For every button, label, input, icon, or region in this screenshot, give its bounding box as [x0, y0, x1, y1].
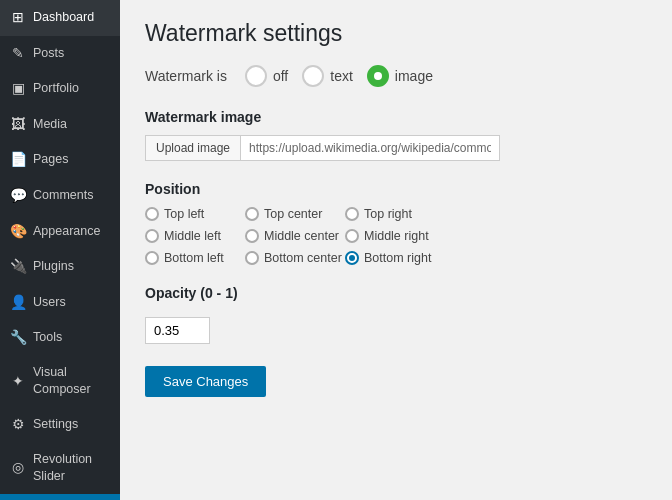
pos-label-middle-center: Middle center — [264, 229, 339, 243]
position-bottom-left[interactable]: Bottom left — [145, 251, 245, 265]
main-content: Watermark settings Watermark is off text… — [120, 0, 672, 500]
position-bottom-center[interactable]: Bottom center — [245, 251, 345, 265]
position-top-center[interactable]: Top center — [245, 207, 345, 221]
sidebar-label-settings: Settings — [33, 416, 78, 434]
pos-radio-top-center — [245, 207, 259, 221]
radio-off-label: off — [273, 68, 288, 84]
pos-radio-middle-right — [345, 229, 359, 243]
opacity-heading: Opacity (0 - 1) — [145, 285, 647, 301]
pos-label-top-center: Top center — [264, 207, 322, 221]
sidebar-item-posts[interactable]: ✎ Posts — [0, 36, 120, 72]
pos-label-top-left: Top left — [164, 207, 204, 221]
radio-off[interactable]: off — [245, 65, 288, 87]
sidebar-item-appearance[interactable]: 🎨 Appearance — [0, 214, 120, 250]
opacity-section: Opacity (0 - 1) — [145, 285, 647, 344]
pos-radio-bottom-right — [345, 251, 359, 265]
visual-composer-icon: ✦ — [10, 372, 26, 392]
sidebar-item-plugins[interactable]: 🔌 Plugins — [0, 249, 120, 285]
sidebar-item-settings[interactable]: ⚙ Settings — [0, 407, 120, 443]
sidebar-label-tools: Tools — [33, 329, 62, 347]
revolution-slider-icon: ◎ — [10, 458, 26, 478]
sidebar-label-users: Users — [33, 294, 66, 312]
pos-label-middle-right: Middle right — [364, 229, 429, 243]
radio-image-label: image — [395, 68, 433, 84]
sidebar-label-media: Media — [33, 116, 67, 134]
sidebar-item-revolution-slider[interactable]: ◎ Revolution Slider — [0, 443, 120, 494]
image-upload-row: Upload image — [145, 135, 647, 161]
radio-circle-image — [367, 65, 389, 87]
sidebar-label-pages: Pages — [33, 151, 68, 169]
position-top-right[interactable]: Top right — [345, 207, 445, 221]
pos-radio-top-left — [145, 207, 159, 221]
pos-label-bottom-left: Bottom left — [164, 251, 224, 265]
sidebar: ⊞ Dashboard ✎ Posts ▣ Portfolio 🖼 Media … — [0, 0, 120, 500]
sidebar-label-plugins: Plugins — [33, 258, 74, 276]
watermark-is-section: Watermark is off text image — [145, 65, 647, 87]
dashboard-icon: ⊞ — [10, 8, 26, 28]
page-title: Watermark settings — [145, 20, 647, 47]
pos-label-top-right: Top right — [364, 207, 412, 221]
appearance-icon: 🎨 — [10, 222, 26, 242]
pos-radio-top-right — [345, 207, 359, 221]
sidebar-item-portfolio[interactable]: ▣ Portfolio — [0, 71, 120, 107]
pos-label-middle-left: Middle left — [164, 229, 221, 243]
comments-icon: 💬 — [10, 186, 26, 206]
sidebar-label-posts: Posts — [33, 45, 64, 63]
upload-image-button[interactable]: Upload image — [145, 135, 240, 161]
sidebar-item-visual-composer[interactable]: ✦ Visual Composer — [0, 356, 120, 407]
sidebar-label-appearance: Appearance — [33, 223, 100, 241]
media-icon: 🖼 — [10, 115, 26, 135]
pos-radio-bottom-left — [145, 251, 159, 265]
position-middle-right[interactable]: Middle right — [345, 229, 445, 243]
pos-label-bottom-center: Bottom center — [264, 251, 342, 265]
portfolio-icon: ▣ — [10, 79, 26, 99]
sidebar-item-tools[interactable]: 🔧 Tools — [0, 320, 120, 356]
radio-image[interactable]: image — [367, 65, 433, 87]
position-heading: Position — [145, 181, 647, 197]
position-middle-center[interactable]: Middle center — [245, 229, 345, 243]
sidebar-label-visual-composer: Visual Composer — [33, 364, 110, 399]
sidebar-label-dashboard: Dashboard — [33, 9, 94, 27]
sidebar-item-dashboard[interactable]: ⊞ Dashboard — [0, 0, 120, 36]
sidebar-label-portfolio: Portfolio — [33, 80, 79, 98]
pos-label-bottom-right: Bottom right — [364, 251, 431, 265]
sidebar-label-revolution-slider: Revolution Slider — [33, 451, 110, 486]
radio-circle-text — [302, 65, 324, 87]
radio-text-label: text — [330, 68, 353, 84]
sidebar-item-comments[interactable]: 💬 Comments — [0, 178, 120, 214]
settings-icon: ⚙ — [10, 415, 26, 435]
sidebar-item-users[interactable]: 👤 Users — [0, 285, 120, 321]
tools-icon: 🔧 — [10, 328, 26, 348]
sidebar-item-pages[interactable]: 📄 Pages — [0, 142, 120, 178]
sidebar-item-media[interactable]: 🖼 Media — [0, 107, 120, 143]
pos-radio-middle-left — [145, 229, 159, 243]
posts-icon: ✎ — [10, 44, 26, 64]
sidebar-label-comments: Comments — [33, 187, 93, 205]
pos-radio-middle-center — [245, 229, 259, 243]
position-grid: Top left Top center Top right Middle lef… — [145, 207, 647, 265]
opacity-input[interactable] — [145, 317, 210, 344]
position-middle-left[interactable]: Middle left — [145, 229, 245, 243]
radio-text[interactable]: text — [302, 65, 353, 87]
position-bottom-right[interactable]: Bottom right — [345, 251, 445, 265]
plugins-icon: 🔌 — [10, 257, 26, 277]
watermark-image-heading: Watermark image — [145, 109, 647, 125]
pos-radio-bottom-center — [245, 251, 259, 265]
radio-circle-off — [245, 65, 267, 87]
save-changes-button[interactable]: Save Changes — [145, 366, 266, 397]
pages-icon: 📄 — [10, 150, 26, 170]
users-icon: 👤 — [10, 293, 26, 313]
position-top-left[interactable]: Top left — [145, 207, 245, 221]
image-url-input[interactable] — [240, 135, 500, 161]
sidebar-item-watermark[interactable]: 💧 Watermark — [0, 494, 120, 500]
watermark-is-label: Watermark is — [145, 68, 227, 84]
